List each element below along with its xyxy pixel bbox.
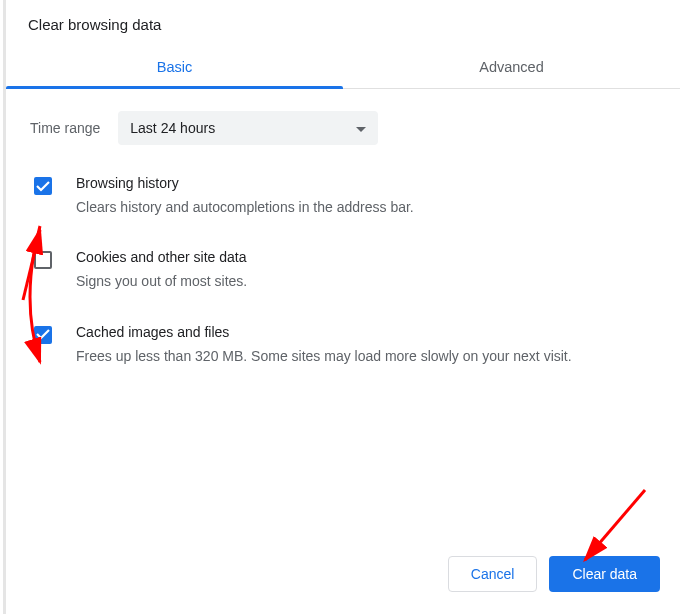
option-texts: Cached images and files Frees up less th… — [76, 324, 652, 366]
option-title: Cached images and files — [76, 324, 652, 340]
tab-advanced[interactable]: Advanced — [343, 47, 680, 88]
button-label: Clear data — [572, 566, 637, 582]
time-range-label: Time range — [30, 120, 100, 136]
checkmark-icon — [36, 329, 50, 340]
dialog-body: Time range Last 24 hours Browsing histor… — [6, 89, 680, 544]
checkbox-browsing-history[interactable] — [34, 177, 52, 195]
time-range-row: Time range Last 24 hours — [30, 111, 656, 145]
clear-browsing-data-dialog: Clear browsing data Basic Advanced Time … — [3, 0, 680, 614]
checkmark-icon — [36, 181, 50, 192]
option-texts: Browsing history Clears history and auto… — [76, 175, 652, 217]
option-texts: Cookies and other site data Signs you ou… — [76, 249, 652, 291]
dialog-title: Clear browsing data — [6, 0, 680, 41]
button-label: Cancel — [471, 566, 515, 582]
time-range-select[interactable]: Last 24 hours — [118, 111, 378, 145]
cancel-button[interactable]: Cancel — [448, 556, 538, 592]
tab-bar: Basic Advanced — [6, 47, 680, 89]
option-row-cookies: Cookies and other site data Signs you ou… — [30, 249, 656, 291]
option-description: Frees up less than 320 MB. Some sites ma… — [76, 346, 652, 366]
option-row-browsing-history: Browsing history Clears history and auto… — [30, 175, 656, 217]
time-range-value: Last 24 hours — [130, 120, 215, 136]
chevron-down-icon — [356, 120, 366, 136]
option-title: Cookies and other site data — [76, 249, 652, 265]
clear-data-button[interactable]: Clear data — [549, 556, 660, 592]
option-row-cached: Cached images and files Frees up less th… — [30, 324, 656, 366]
tab-label: Advanced — [479, 59, 544, 75]
tab-label: Basic — [157, 59, 192, 75]
checkbox-cached[interactable] — [34, 326, 52, 344]
option-title: Browsing history — [76, 175, 652, 191]
dialog-footer: Cancel Clear data — [6, 544, 680, 614]
option-description: Clears history and autocompletions in th… — [76, 197, 652, 217]
checkbox-cookies[interactable] — [34, 251, 52, 269]
option-description: Signs you out of most sites. — [76, 271, 652, 291]
tab-basic[interactable]: Basic — [6, 47, 343, 88]
